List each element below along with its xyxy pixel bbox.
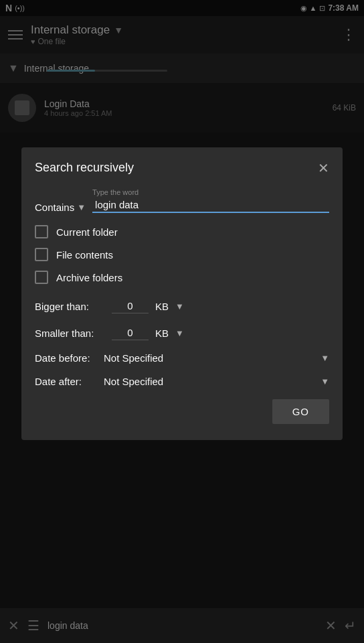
smaller-than-dropdown-icon[interactable]: ▼	[175, 328, 184, 338]
checkbox-archive-folders-box[interactable]	[35, 271, 48, 284]
contains-row: Contains ▼ Type the word	[35, 188, 329, 213]
checkbox-archive-folders[interactable]: Archive folders	[35, 271, 329, 284]
bigger-than-unit: KB	[155, 301, 169, 312]
bigger-than-row: Bigger than: KB ▼	[35, 299, 329, 313]
checkbox-file-contents-label: File contents	[56, 249, 113, 261]
go-button[interactable]: GO	[272, 399, 329, 424]
bigger-than-input[interactable]	[112, 299, 149, 313]
date-before-label: Date before:	[35, 352, 98, 364]
contains-dropdown[interactable]: Contains ▼	[35, 202, 86, 213]
checkbox-current-folder-label: Current folder	[56, 226, 118, 238]
smaller-than-unit: KB	[155, 328, 169, 339]
date-after-dropdown-icon[interactable]: ▼	[321, 376, 329, 386]
bigger-than-label: Bigger than:	[35, 301, 105, 312]
checkbox-current-folder-box[interactable]	[35, 225, 48, 238]
dialog-footer: GO	[35, 399, 329, 424]
dialog-title: Search recursively	[35, 161, 134, 175]
smaller-than-label: Smaller than:	[35, 328, 105, 339]
dialog-close-button[interactable]: ✕	[318, 161, 329, 175]
contains-chevron-icon: ▼	[77, 202, 86, 212]
dialog-header: Search recursively ✕	[35, 161, 329, 175]
search-input[interactable]	[92, 198, 329, 213]
contains-label: Contains	[35, 202, 74, 213]
date-before-dropdown-icon[interactable]: ▼	[321, 353, 329, 363]
date-after-row: Date after: Not Specified ▼	[35, 376, 329, 387]
smaller-than-input[interactable]	[112, 326, 149, 340]
type-hint: Type the word	[92, 188, 329, 196]
date-after-value: Not Specified	[104, 376, 315, 387]
date-before-row: Date before: Not Specified ▼	[35, 352, 329, 364]
bigger-than-dropdown-icon[interactable]: ▼	[175, 301, 184, 311]
search-input-area: Type the word	[92, 188, 329, 213]
date-before-value: Not Specified	[104, 352, 315, 364]
smaller-than-row: Smaller than: KB ▼	[35, 326, 329, 340]
checkbox-current-folder[interactable]: Current folder	[35, 225, 329, 238]
search-dialog: Search recursively ✕ Contains ▼ Type the…	[21, 147, 343, 440]
checkbox-file-contents-box[interactable]	[35, 248, 48, 261]
checkbox-archive-folders-label: Archive folders	[56, 272, 122, 283]
checkbox-group: Current folder File contents Archive fol…	[35, 225, 329, 284]
date-after-label: Date after:	[35, 376, 98, 387]
checkbox-file-contents[interactable]: File contents	[35, 248, 329, 261]
